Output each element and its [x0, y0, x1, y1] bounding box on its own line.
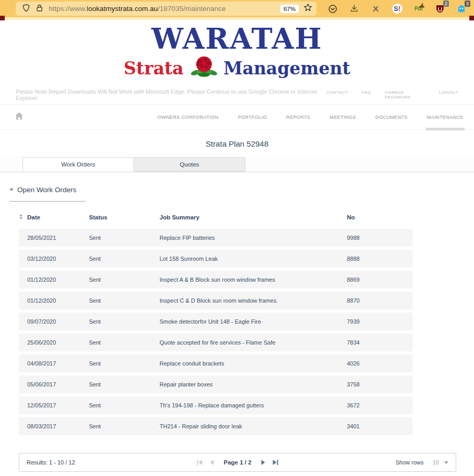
logo-management-label: Management — [223, 58, 351, 79]
url-prefix: https://www. — [49, 5, 87, 13]
show-rows-control: Show rows 10 — [396, 459, 448, 466]
contact-link[interactable]: CONTACT — [326, 90, 348, 99]
nav-owners-corporation[interactable]: OWNERS CORPORATION — [157, 107, 219, 127]
main-nav: OWNERS CORPORATION PORTFOLIO REPORTS MEE… — [0, 105, 474, 130]
column-header-status[interactable]: Status — [89, 214, 160, 220]
notice-bar: Please Note Report Downloads Will Not Wo… — [0, 85, 474, 105]
table-row[interactable]: 01/12/2020SentInspect A & B Block sun ro… — [19, 271, 413, 289]
previous-page-button[interactable] — [210, 460, 213, 465]
cell-job-summary: Th's 194-198 - Replace damaged gutters — [160, 402, 347, 408]
results-count: Results: 1 - 10 / 12 — [27, 459, 75, 466]
logo-strata-label: Strata — [124, 58, 184, 79]
cell-job-summary: Smoke detectorfor Unit 148 - Eagle Fire — [160, 318, 347, 325]
table-row[interactable]: 25/06/2020SentQuote accepted for fire se… — [19, 334, 413, 351]
edge-warning-text: Please Note Report Downloads Will Not Wo… — [16, 88, 326, 101]
cell-status: Sent — [89, 276, 160, 283]
cell-date: 25/06/2020 — [27, 339, 89, 346]
show-rows-value: 10 — [433, 459, 439, 466]
table-row[interactable]: 12/05/2017SentTh's 194-198 - Replace dam… — [19, 396, 413, 414]
zoom-level-badge[interactable]: 67% — [280, 5, 299, 13]
tab-strip: Work Orders Quotes — [0, 157, 474, 172]
extension-toolbar: X S! Pdf 2 3 — [328, 4, 467, 14]
logout-link[interactable]: LOGOUT — [439, 90, 458, 99]
table-row[interactable]: 08/03/2017SentTH214 - Repair sliding doo… — [19, 417, 413, 435]
table-row[interactable]: 28/05/2021SentReplace FIP batteries9988 — [19, 229, 413, 247]
cell-no: 8888 — [347, 256, 413, 262]
next-page-button[interactable] — [262, 460, 265, 465]
nav-documents[interactable]: DOCUMENTS — [375, 107, 408, 127]
ublock-badge: 2 — [443, 1, 449, 7]
tab-work-orders[interactable]: Work Orders — [22, 157, 134, 172]
last-page-button[interactable] — [273, 460, 278, 465]
ghostery-icon[interactable]: 3 — [456, 4, 467, 14]
change-password-link[interactable]: CHANGE PASSWORD — [385, 90, 425, 99]
cell-no: 3758 — [347, 381, 413, 388]
bookmark-star-icon[interactable] — [303, 3, 312, 14]
show-rows-select[interactable]: 10 — [433, 459, 448, 466]
address-url[interactable]: https://www.lookatmystrata.com.au/187035… — [49, 5, 280, 13]
cell-job-summary: Replace conduit brackets — [160, 360, 347, 367]
cell-status: Sent — [89, 297, 160, 304]
cell-no: 7939 — [347, 318, 413, 325]
show-rows-label: Show rows — [396, 459, 424, 466]
cell-date: 09/07/2020 — [27, 318, 89, 325]
s-extension-icon[interactable]: S! — [392, 4, 402, 14]
cell-no: 3672 — [347, 402, 413, 408]
home-icon[interactable] — [15, 112, 24, 122]
waratah-flower-icon — [188, 55, 220, 82]
collapse-triangle-icon — [9, 189, 14, 191]
url-path: /187035/maintenance — [158, 5, 226, 13]
cell-job-summary: Lot 158 Sunroom Leak — [160, 256, 347, 262]
open-work-orders-section: Open Work Orders — [9, 184, 474, 202]
cell-date: 04/08/2017 — [27, 360, 89, 367]
nav-meetings[interactable]: MEETINGS — [330, 107, 356, 127]
cell-job-summary: TH214 - Repair sliding door leak — [160, 423, 347, 429]
cell-date: 28/05/2021 — [27, 235, 89, 241]
column-header-date[interactable]: Date — [27, 214, 89, 220]
cell-no: 4026 — [347, 360, 413, 367]
table-row[interactable]: 04/08/2017SentReplace conduit brackets40… — [19, 355, 413, 372]
window-edge — [0, 17, 474, 20]
x-extension-icon[interactable]: X — [370, 4, 381, 14]
table-row[interactable]: 03/12/2020SentLot 158 Sunroom Leak8888 — [19, 250, 413, 268]
section-title-label: Open Work Orders — [17, 186, 76, 194]
column-header-job-summary[interactable]: Job Summary — [160, 214, 347, 220]
ublock-origin-icon[interactable]: 2 — [435, 4, 445, 14]
column-header-no[interactable]: No — [347, 214, 413, 220]
first-page-button[interactable] — [197, 460, 202, 465]
cell-no: 7834 — [347, 339, 413, 346]
pdf-mage-icon[interactable]: Pdf — [413, 4, 424, 14]
cell-date: 01/12/2020 — [27, 276, 89, 283]
cell-status: Sent — [89, 381, 160, 388]
nav-reports[interactable]: REPORTS — [286, 107, 310, 127]
cell-date: 08/03/2017 — [27, 423, 89, 429]
cell-no: 3401 — [347, 423, 413, 429]
page-indicator: Page 1 / 2 — [223, 459, 251, 466]
page-title: Strata Plan 52948 — [0, 130, 474, 157]
sort-icon[interactable] — [19, 214, 22, 219]
cell-date: 12/05/2017 — [27, 402, 89, 408]
download-icon[interactable] — [349, 4, 359, 14]
ghostery-badge: 3 — [465, 1, 470, 7]
cell-no: 9988 — [347, 235, 413, 241]
open-work-orders-toggle[interactable]: Open Work Orders — [9, 186, 86, 202]
url-bar[interactable]: https://www.lookatmystrata.com.au/187035… — [16, 2, 317, 16]
pagination: Page 1 / 2 — [197, 459, 278, 466]
nav-maintenance[interactable]: MAINTENANCE — [427, 107, 464, 127]
url-domain: lookatmystrata.com.au — [87, 5, 158, 13]
lock-icon[interactable] — [36, 4, 43, 14]
table-row[interactable]: 05/06/2017SentRepair planter boxes3758 — [19, 375, 413, 393]
table-footer: Results: 1 - 10 / 12 Page 1 / 2 Show row… — [19, 453, 456, 472]
cell-date: 05/06/2017 — [27, 381, 89, 388]
waratah-logo: WARATAH Strata Management — [0, 20, 474, 85]
cell-status: Sent — [89, 360, 160, 367]
table-row[interactable]: 01/12/2020SentInspect C & D Block sun ro… — [19, 292, 413, 309]
faq-link[interactable]: FAQ — [362, 90, 371, 99]
cell-date: 01/12/2020 — [27, 297, 89, 304]
tracking-protection-shield-icon[interactable] — [22, 4, 30, 14]
nav-portfolio[interactable]: PORTFOLIO — [238, 107, 267, 127]
table-row[interactable]: 09/07/2020SentSmoke detectorfor Unit 148… — [19, 313, 413, 330]
browser-toolbar: https://www.lookatmystrata.com.au/187035… — [0, 0, 474, 17]
tab-quotes[interactable]: Quotes — [134, 157, 245, 172]
pocket-icon[interactable] — [328, 4, 338, 14]
